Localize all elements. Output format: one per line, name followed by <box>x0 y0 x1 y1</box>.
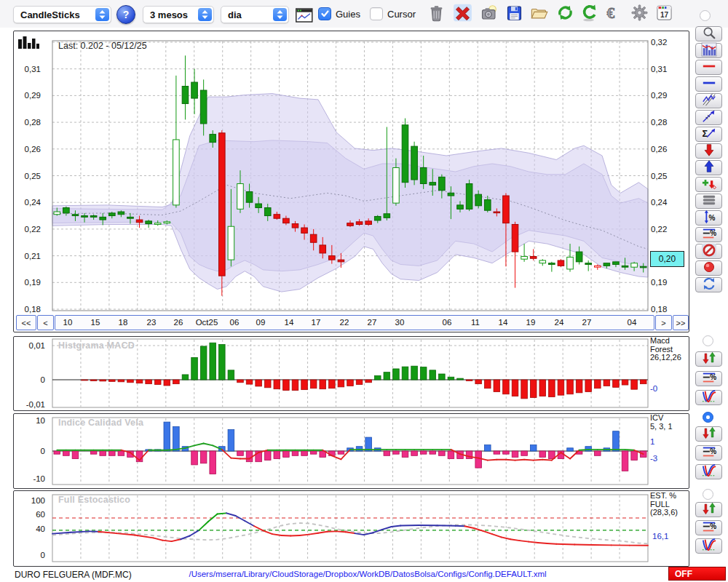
add-arrows-icon <box>700 176 718 194</box>
macd-panel-arrows-button[interactable] <box>695 351 722 367</box>
date-label: 24 <box>555 318 564 327</box>
undo-icon <box>579 4 598 25</box>
sidebar-no-entry-button[interactable] <box>695 244 722 259</box>
date-label: 10 <box>63 318 73 327</box>
candlestick-chart <box>14 31 687 330</box>
cursor-checkbox[interactable]: Cursor <box>370 7 416 20</box>
select-stepper-icon <box>95 8 109 21</box>
sum-arrow-icon: Σ <box>700 126 718 143</box>
camera-button[interactable] <box>478 4 499 24</box>
calendar-icon: 17 <box>654 4 674 25</box>
no-entry-icon <box>700 243 718 260</box>
sidebar-zoom-button[interactable] <box>695 26 722 41</box>
date-label: 06 <box>230 318 240 327</box>
camera-icon <box>479 4 499 25</box>
icv-panel-radio[interactable] <box>703 412 713 423</box>
help-button[interactable]: ? <box>116 5 135 24</box>
panel-arrows-icon <box>700 426 718 443</box>
off-toggle-button[interactable]: OFF <box>668 567 726 581</box>
measure-lines-icon: % <box>700 226 718 244</box>
sidebar-arrow-up-button[interactable] <box>695 160 722 175</box>
sidebar-arrow-down-button[interactable] <box>695 143 722 159</box>
save-icon <box>505 4 524 25</box>
sidebar-record-button[interactable] <box>695 260 722 276</box>
nav-prev-button[interactable]: < <box>37 315 54 330</box>
sidebar-trend-arrow-button[interactable] <box>695 110 722 125</box>
sidebar-sum-arrow-button[interactable]: Σ <box>695 127 722 142</box>
euro-button[interactable]: € <box>603 4 625 24</box>
price-tick-left: 0,31 <box>12 65 41 73</box>
macd-panel-curves-button[interactable] <box>695 390 722 405</box>
icv-panel-arrows-button[interactable] <box>695 426 722 442</box>
stochastic-panel-percent-button[interactable]: % <box>695 520 722 535</box>
macd-tick: 0,01 <box>16 341 45 350</box>
price-tick-right: 0,28 <box>651 118 667 127</box>
calendar-button[interactable]: 17 <box>653 4 675 24</box>
cursor-label: Cursor <box>387 9 416 20</box>
icv-tick: 0 <box>16 447 45 455</box>
select-stepper-icon <box>198 8 212 21</box>
sidebar-measure-vertical-button[interactable]: % <box>695 210 722 226</box>
icv-panel-percent-button[interactable]: % <box>695 445 722 461</box>
sidebar-zigzag-button[interactable] <box>695 93 722 108</box>
nav-last-button[interactable]: >> <box>673 315 689 330</box>
price-tick-right: 0,24 <box>651 198 667 207</box>
date-label: 26 <box>174 318 183 327</box>
icv-panel-curves-button[interactable] <box>695 464 722 479</box>
trash-button[interactable] <box>425 4 447 24</box>
blue-line-icon <box>700 76 718 93</box>
icv-title: Indice Calidad Vela <box>58 418 143 428</box>
app-window: CandleSticks ? 3 mesos dia Guies Cursor … <box>0 0 728 582</box>
period-value: 3 mesos <box>143 9 188 20</box>
last-price-marker: 0,20 <box>650 251 684 267</box>
sidebar-measure-lines-button[interactable]: % <box>695 227 722 242</box>
stochastic-title: Full Estocastico <box>58 495 130 505</box>
icv-params-label: ICV5, 3, 1 <box>650 414 673 431</box>
sidebar-red-line-button[interactable] <box>695 60 722 75</box>
undo-button[interactable] <box>577 4 599 24</box>
help-label: ? <box>123 9 130 20</box>
price-tick-left: 0,25 <box>12 172 41 180</box>
nav-next-button[interactable]: > <box>655 315 672 330</box>
sidebar-refresh-blue-button[interactable] <box>695 277 722 292</box>
date-label: 22 <box>340 318 349 327</box>
stochastic-params-label: EST. %FULL(28,3,6) <box>650 492 678 517</box>
icv-label-line: 5, 3, 1 <box>650 423 673 431</box>
guies-checkbox[interactable]: Guies <box>318 7 360 20</box>
stochastic-panel-arrows-button[interactable] <box>695 502 722 517</box>
red-line-icon <box>700 59 718 76</box>
sidebar-add-arrows-button[interactable] <box>695 177 722 192</box>
save-button[interactable] <box>503 4 525 24</box>
sync-button[interactable] <box>554 4 576 24</box>
svg-text:Σ: Σ <box>702 128 708 139</box>
stochastic-tick: 40 <box>16 525 45 533</box>
delete-button[interactable] <box>451 4 473 24</box>
chart-type-select[interactable]: CandleSticks <box>13 6 111 23</box>
date-label: 23 <box>147 318 157 327</box>
panel-curves-icon <box>700 538 718 555</box>
sidebar-list-button[interactable] <box>695 194 722 209</box>
folder-button[interactable] <box>528 4 550 24</box>
gear-button[interactable] <box>628 4 650 24</box>
macd-tick: 0 <box>16 375 45 384</box>
main-chart-radio[interactable] <box>700 10 711 21</box>
period-select[interactable]: 3 mesos <box>143 6 214 23</box>
guies-label: Guies <box>336 9 360 20</box>
date-axis-strip[interactable]: 1015182326Oct250609141722273006111419242… <box>55 315 654 330</box>
sidebar-indicator-chart-button[interactable] <box>695 43 722 58</box>
stochastic-tick: 60 <box>16 510 45 519</box>
arrow-down-icon <box>700 143 718 160</box>
stochastic-value: 16,1 <box>652 532 668 541</box>
macd-panel-percent-button[interactable]: % <box>695 371 722 386</box>
interval-value: dia <box>221 9 242 20</box>
chart-window-icon[interactable] <box>293 5 315 25</box>
date-label: 15 <box>91 318 100 327</box>
nav-first-button[interactable]: << <box>16 315 36 330</box>
sidebar-blue-line-button[interactable] <box>695 76 722 92</box>
interval-select[interactable]: dia <box>221 6 289 23</box>
stochastic-panel-curves-button[interactable] <box>695 538 722 554</box>
stochastic-panel-radio[interactable] <box>703 489 713 500</box>
stochastic-tick: 100 <box>16 496 45 505</box>
macd-panel-radio[interactable] <box>703 335 713 346</box>
price-tick-right: 0,29 <box>651 91 667 100</box>
